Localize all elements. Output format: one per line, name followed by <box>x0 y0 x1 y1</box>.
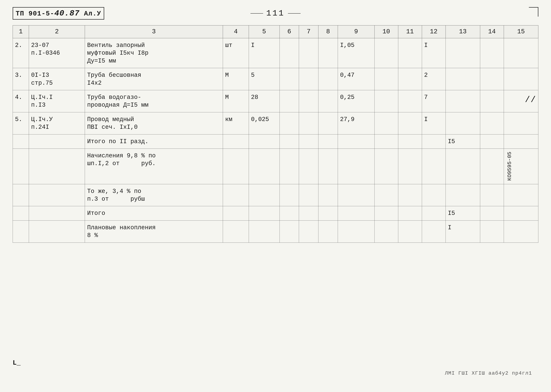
table-row: Начисления 9,8 % пошп.I,2 от руб. КО9595… <box>13 148 538 184</box>
sum5-col8 <box>318 220 338 243</box>
sum2-col7 <box>299 148 318 184</box>
row5-ref: Ц.Iч.Уп.24I <box>29 112 85 134</box>
col-header-15: 15 <box>504 25 538 38</box>
table-row: 3. 0I-I3стр.75 Труба бесшовнаяI4х2 М 5 0… <box>13 68 538 90</box>
sum2-col11 <box>398 148 422 184</box>
sum3-col7 <box>299 184 318 206</box>
row5-unit: км <box>223 112 249 134</box>
col-header-5: 5 <box>249 25 279 38</box>
stamp-text: ТП 901-5- <box>16 10 54 18</box>
row5-col14 <box>480 112 504 134</box>
row2-col6 <box>279 38 299 68</box>
sum3-col13 <box>445 184 480 206</box>
row4-col14 <box>480 90 504 112</box>
row5-col6 <box>279 112 299 134</box>
sum3-col8 <box>318 184 338 206</box>
row2-unit: шт <box>223 38 249 68</box>
row5-col10 <box>374 112 398 134</box>
row2-col11 <box>398 38 422 68</box>
row2-col12: I <box>422 38 445 68</box>
row5-desc: Провод медныйПВI сеч. IхI,0 <box>85 112 223 134</box>
row4-col5: 28 <box>249 90 279 112</box>
sum1-desc: Итого по II разд. <box>85 134 223 148</box>
sum2-col6 <box>279 148 299 184</box>
row5-col9: 27,9 <box>338 112 374 134</box>
sum4-col11 <box>398 206 422 220</box>
row4-col10 <box>374 90 398 112</box>
sum3-col9 <box>338 184 374 206</box>
row4-desc: Труба водогазо-проводная Д=I5 мм <box>85 90 223 112</box>
table-row: 4. Ц.Iч.Iп.I3 Труба водогазо-проводная Д… <box>13 90 538 112</box>
sum5-col11 <box>398 220 422 243</box>
bottom-right-text: ЛМI ГШI ХГIШ ааб4у2 пр4гл1 <box>445 370 532 376</box>
row5-num: 5. <box>13 112 29 134</box>
row2-ref: 23-07п.I-0346 <box>29 38 85 68</box>
row3-unit: М <box>223 68 249 90</box>
row3-col7 <box>299 68 318 90</box>
row4-col11 <box>398 90 422 112</box>
row5-col13 <box>445 112 480 134</box>
sum4-col12 <box>422 206 445 220</box>
sum5-col14 <box>480 220 504 243</box>
row4-unit: М <box>223 90 249 112</box>
sum4-col14 <box>480 206 504 220</box>
row5-col11 <box>398 112 422 134</box>
sum2-col12 <box>422 148 445 184</box>
row5-col5: 0,025 <box>249 112 279 134</box>
col-header-11: 11 <box>398 25 422 38</box>
sum3-col12 <box>422 184 445 206</box>
corner-mark-top-right <box>529 7 538 17</box>
row5-col8 <box>318 112 338 134</box>
row3-col8 <box>318 68 338 90</box>
table-row: 5. Ц.Iч.Уп.24I Провод медныйПВI сеч. IхI… <box>13 112 538 134</box>
table-row: Итого по II разд. I5 <box>13 134 538 148</box>
col-header-9: 9 <box>338 25 374 38</box>
sum1-col14 <box>480 134 504 148</box>
sum1-col15 <box>504 134 538 148</box>
row4-col15: ∕∕ <box>504 90 538 112</box>
sum5-col12 <box>422 220 445 243</box>
sum5-col10 <box>374 220 398 243</box>
sum1-col10 <box>374 134 398 148</box>
sum1-col5 <box>249 134 279 148</box>
sum3-col15 <box>504 184 538 206</box>
row3-ref: 0I-I3стр.75 <box>29 68 85 90</box>
sum1-col8 <box>318 134 338 148</box>
sum3-col5 <box>249 184 279 206</box>
sum5-col4 <box>223 220 249 243</box>
table-row: То же, 3,4 % поп.3 от рубш <box>13 184 538 206</box>
col-header-7: 7 <box>299 25 318 38</box>
bottom-left-mark: L_ <box>13 359 21 367</box>
row2-col15 <box>504 38 538 68</box>
row2-col10 <box>374 38 398 68</box>
sum4-col9 <box>338 206 374 220</box>
sum5-col5 <box>249 220 279 243</box>
col-header-14: 14 <box>480 25 504 38</box>
sum1-ref <box>29 134 85 148</box>
row3-col5: 5 <box>249 68 279 90</box>
col-header-6: 6 <box>279 25 299 38</box>
sum3-col11 <box>398 184 422 206</box>
sum2-col4 <box>223 148 249 184</box>
sum1-col11 <box>398 134 422 148</box>
main-table: 1 2 3 4 5 6 7 8 9 10 11 12 13 14 15 2. 2… <box>13 25 538 243</box>
row4-ref: Ц.Iч.Iп.I3 <box>29 90 85 112</box>
col-header-13: 13 <box>445 25 480 38</box>
row3-col11 <box>398 68 422 90</box>
sum4-ref <box>29 206 85 220</box>
sum3-col14 <box>480 184 504 206</box>
table-row: Плановые накопления8 % I <box>13 220 538 243</box>
sum4-col15 <box>504 206 538 220</box>
sum2-col13 <box>445 148 480 184</box>
sum1-col6 <box>279 134 299 148</box>
sum2-col15: КО9595-05 <box>504 148 538 184</box>
row3-col14 <box>480 68 504 90</box>
sum4-col13: I5 <box>445 206 480 220</box>
sum3-desc: То же, 3,4 % поп.3 от рубш <box>85 184 223 206</box>
sum2-desc: Начисления 9,8 % пошп.I,2 от руб. <box>85 148 223 184</box>
col-header-3: 3 <box>85 25 223 38</box>
sum2-col9 <box>338 148 374 184</box>
row2-col5: I <box>249 38 279 68</box>
row2-col13 <box>445 38 480 68</box>
table-header-row: 1 2 3 4 5 6 7 8 9 10 11 12 13 14 15 <box>13 25 538 38</box>
